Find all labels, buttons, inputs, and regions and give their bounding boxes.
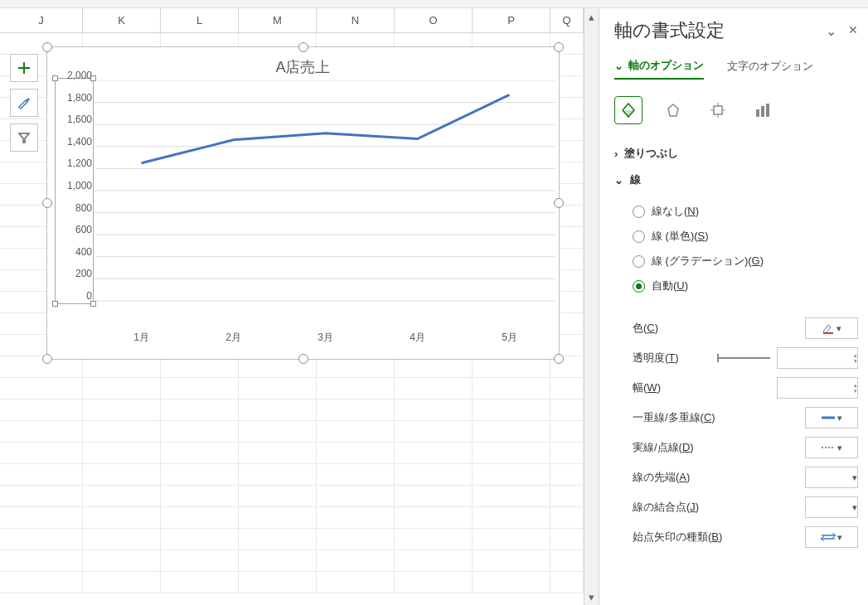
chart-filters-button[interactable] xyxy=(10,123,38,152)
tab-axis-options[interactable]: ⌄ 軸のオプション xyxy=(614,58,704,80)
column-header[interactable]: P xyxy=(473,8,550,32)
y-tick-label: 0 xyxy=(86,290,92,302)
worksheet-area[interactable]: JKLMNOPQ A店売上 2,0001,8001,6 xyxy=(0,8,584,605)
transparency-slider[interactable] xyxy=(717,357,770,359)
resize-handle[interactable] xyxy=(42,354,52,364)
section-fill-label: 塗りつぶし xyxy=(624,146,678,161)
effects-icon[interactable] xyxy=(659,96,687,124)
radio-no-line[interactable]: 線なし(N) xyxy=(633,199,858,224)
column-header[interactable]: M xyxy=(239,8,317,32)
chart-elements-button[interactable] xyxy=(10,54,38,82)
chart-plot-area[interactable] xyxy=(95,80,555,321)
resize-handle[interactable] xyxy=(554,42,564,52)
radio-gradient-line[interactable]: 線 (グラデーション)(G) xyxy=(633,249,858,273)
x-tick-label: 4月 xyxy=(410,331,425,345)
join-type-dropdown[interactable]: ▾ xyxy=(805,496,858,518)
y-tick-label: 1,600 xyxy=(67,114,92,125)
chart-quick-tools xyxy=(10,54,38,152)
column-header[interactable]: N xyxy=(317,8,395,32)
svg-rect-20 xyxy=(766,104,769,117)
scroll-up-icon[interactable]: ▴ xyxy=(584,8,599,25)
tab-axis-options-label: 軸のオプション xyxy=(628,58,704,73)
scrollbar-track[interactable] xyxy=(584,25,599,588)
resize-handle[interactable] xyxy=(554,198,564,208)
y-tick-label: 400 xyxy=(75,246,92,258)
y-tick-label: 2,000 xyxy=(67,70,92,81)
compound-type-button[interactable]: ▾ xyxy=(805,407,858,428)
prop-compound: 一重線/多重線(C) ▾ xyxy=(614,403,858,433)
prop-color: 色(C) ▾ xyxy=(614,313,858,343)
y-tick-label: 1,800 xyxy=(67,92,92,104)
ribbon-collapsed xyxy=(0,0,868,8)
transparency-spinner[interactable]: ▴▾ xyxy=(777,347,858,369)
axis-options-icon[interactable] xyxy=(749,96,777,124)
resize-handle[interactable] xyxy=(298,42,308,52)
column-headers: JKLMNOPQ xyxy=(0,8,584,33)
y-tick-label: 800 xyxy=(75,202,92,214)
resize-handle[interactable] xyxy=(554,354,564,364)
resize-handle[interactable] xyxy=(42,198,52,208)
radio-solid-line[interactable]: 線 (単色)(S) xyxy=(633,224,858,249)
prop-join: 線の結合点(J) ▾ xyxy=(614,492,858,522)
size-properties-icon[interactable] xyxy=(704,96,732,124)
svg-rect-18 xyxy=(756,109,759,117)
panel-title: 軸の書式設定 xyxy=(614,18,725,43)
line-radio-group: 線なし(N) 線 (単色)(S) 線 (グラデーション)(G) 自動(U) xyxy=(614,199,858,298)
resize-handle[interactable] xyxy=(298,354,308,364)
arrow-begin-button[interactable]: ▾ xyxy=(805,526,858,548)
color-picker-button[interactable]: ▾ xyxy=(805,317,858,339)
dash-type-button[interactable]: ▾ xyxy=(805,437,858,458)
x-tick-label: 1月 xyxy=(133,331,149,345)
y-tick-label: 1,400 xyxy=(67,136,92,148)
radio-automatic[interactable]: 自動(U) xyxy=(633,273,858,298)
fill-and-line-icon[interactable] xyxy=(614,96,643,124)
panel-collapse-icon[interactable]: ⌄ xyxy=(826,23,836,39)
y-axis-ticks: 2,0001,8001,6001,4001,2001,0008006004002… xyxy=(57,75,92,307)
resize-handle[interactable] xyxy=(42,42,52,52)
tab-text-options[interactable]: 文字のオプション xyxy=(727,58,813,80)
cap-type-dropdown[interactable]: ▾ xyxy=(805,467,858,488)
chart-object[interactable]: A店売上 2,0001,8001,6001,4001,2001,00080060… xyxy=(46,46,560,360)
section-line[interactable]: ⌄ 線 xyxy=(614,172,858,187)
chart-title[interactable]: A店売上 xyxy=(47,47,559,80)
x-tick-label: 5月 xyxy=(502,331,517,345)
y-tick-label: 1,200 xyxy=(67,157,92,169)
section-line-label: 線 xyxy=(630,172,641,187)
chevron-right-icon: › xyxy=(614,148,618,160)
prop-transparency: 透明度(T) ▴▾ xyxy=(614,343,858,373)
chart-styles-button[interactable] xyxy=(10,89,38,117)
x-tick-label: 2月 xyxy=(225,331,241,345)
x-axis-ticks: 1月2月3月4月5月 xyxy=(95,331,555,347)
column-header[interactable]: Q xyxy=(550,8,584,32)
chevron-down-icon: ⌄ xyxy=(614,174,623,186)
format-axis-panel: 軸の書式設定 ⌄ ✕ ⌄ 軸のオプション 文字のオプション xyxy=(599,8,868,605)
vertical-scrollbar[interactable]: ▴ ▾ xyxy=(584,8,599,605)
y-tick-label: 200 xyxy=(75,268,92,279)
y-tick-label: 1,000 xyxy=(67,180,92,191)
prop-cap: 線の先端(A) ▾ xyxy=(614,462,858,492)
section-fill[interactable]: › 塗りつぶし xyxy=(614,146,858,161)
svg-rect-13 xyxy=(714,106,722,114)
tab-text-options-label: 文字のオプション xyxy=(727,59,813,74)
svg-rect-21 xyxy=(823,332,833,334)
column-header[interactable]: L xyxy=(161,8,239,32)
panel-close-icon[interactable]: ✕ xyxy=(848,23,858,39)
svg-rect-19 xyxy=(761,106,764,117)
scroll-down-icon[interactable]: ▾ xyxy=(584,588,599,605)
column-header[interactable]: K xyxy=(83,8,161,32)
prop-width: 幅(W) ▴▾ xyxy=(614,373,858,403)
y-tick-label: 600 xyxy=(75,224,92,235)
x-tick-label: 3月 xyxy=(318,331,333,345)
column-header[interactable]: O xyxy=(395,8,473,32)
width-spinner[interactable]: ▴▾ xyxy=(777,377,858,399)
prop-arrow-begin: 始点矢印の種類(B) ▾ xyxy=(614,522,858,552)
prop-dash: 実線/点線(D) ▾ xyxy=(614,433,858,462)
column-header[interactable]: J xyxy=(0,8,83,32)
data-series-line[interactable] xyxy=(142,94,510,162)
